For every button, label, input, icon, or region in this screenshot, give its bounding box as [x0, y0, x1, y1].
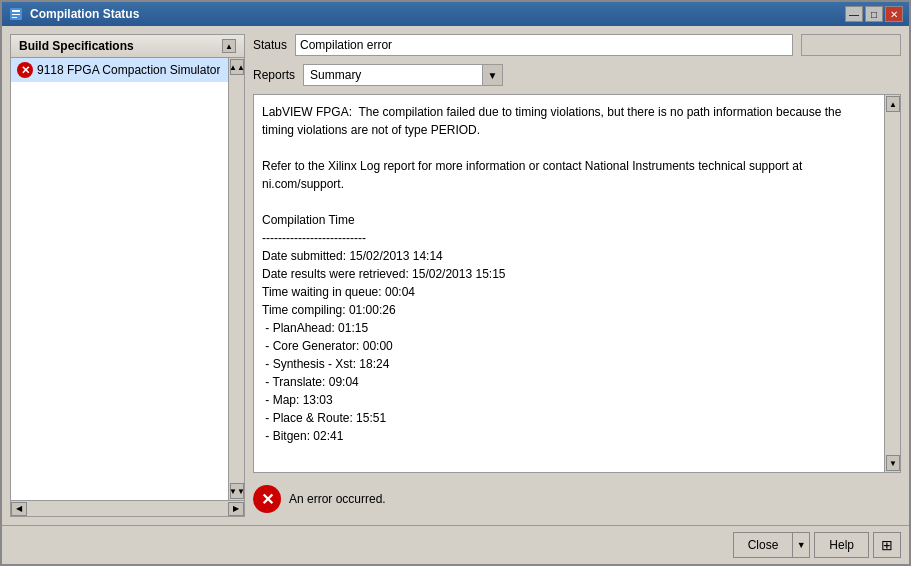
- chevron-down-icon: ▼: [488, 70, 498, 81]
- scrollbar-down-button[interactable]: ▼: [230, 483, 244, 499]
- report-scrollbar-up-button[interactable]: ▲: [886, 96, 900, 112]
- reports-dropdown-value: Summary: [304, 66, 482, 84]
- report-content: LabVIEW FPGA: The compilation failed due…: [254, 95, 884, 472]
- scrollbar-track: [229, 76, 244, 482]
- compilation-status-window: Compilation Status — □ ✕ Build Specifica…: [0, 0, 911, 566]
- extra-icon-button[interactable]: ⊞: [873, 532, 901, 558]
- reports-label: Reports: [253, 68, 295, 82]
- close-button-group: Close ▼: [733, 532, 811, 558]
- report-scrollbar-down-button[interactable]: ▼: [886, 455, 900, 471]
- help-button[interactable]: Help: [814, 532, 869, 558]
- build-specs-list: ✕ 9118 FPGA Compaction Simulator: [10, 57, 229, 501]
- left-panel: Build Specifications ▲ ✕ 9118 FPGA Compa…: [10, 34, 245, 517]
- grid-icon: ⊞: [881, 537, 893, 553]
- list-item[interactable]: ✕ 9118 FPGA Compaction Simulator: [11, 58, 228, 82]
- minimize-button[interactable]: —: [845, 6, 863, 22]
- right-panel: Status Reports Summary ▼ LabVIEW FPGA: T…: [253, 34, 901, 517]
- hscroll-left-button[interactable]: ◀: [11, 502, 27, 516]
- svg-rect-2: [12, 14, 20, 15]
- chevron-down-icon: ▼: [797, 540, 806, 550]
- error-footer: ✕ An error occurred.: [253, 481, 901, 517]
- status-extra-control: [801, 34, 901, 56]
- error-footer-text: An error occurred.: [289, 492, 386, 506]
- close-dropdown-button[interactable]: ▼: [792, 532, 810, 558]
- title-bar-controls: — □ ✕: [845, 6, 903, 22]
- build-specs-header: Build Specifications ▲: [10, 34, 245, 57]
- reports-dropdown-arrow[interactable]: ▼: [482, 65, 502, 85]
- panel-scroll-up-button[interactable]: ▲: [222, 39, 236, 53]
- window-title: Compilation Status: [30, 7, 845, 21]
- status-label: Status: [253, 38, 287, 52]
- title-bar: Compilation Status — □ ✕: [2, 2, 909, 26]
- svg-rect-3: [12, 17, 17, 18]
- bottom-bar: Close ▼ Help ⊞: [2, 525, 909, 564]
- svg-rect-1: [12, 10, 20, 12]
- list-item-label: 9118 FPGA Compaction Simulator: [37, 63, 220, 77]
- status-row: Status: [253, 34, 901, 56]
- build-specs-label: Build Specifications: [19, 39, 134, 53]
- report-scrollbar: ▲ ▼: [884, 95, 900, 472]
- left-panel-hscrollbar: ◀ ▶: [10, 501, 245, 517]
- close-window-button[interactable]: ✕: [885, 6, 903, 22]
- left-panel-scrollbar: ▲ ▼: [229, 57, 245, 501]
- reports-row: Reports Summary ▼: [253, 64, 901, 86]
- window-content: Build Specifications ▲ ✕ 9118 FPGA Compa…: [2, 26, 909, 525]
- reports-dropdown[interactable]: Summary ▼: [303, 64, 503, 86]
- report-scrollbar-track: [885, 113, 900, 454]
- window-icon: [8, 6, 24, 22]
- error-icon: ✕: [17, 62, 33, 78]
- report-text-area: LabVIEW FPGA: The compilation failed due…: [253, 94, 901, 473]
- close-button[interactable]: Close: [733, 532, 793, 558]
- hscroll-right-button[interactable]: ▶: [228, 502, 244, 516]
- status-field[interactable]: [295, 34, 793, 56]
- scrollbar-up-button[interactable]: ▲: [230, 59, 244, 75]
- maximize-button[interactable]: □: [865, 6, 883, 22]
- error-badge-icon: ✕: [253, 485, 281, 513]
